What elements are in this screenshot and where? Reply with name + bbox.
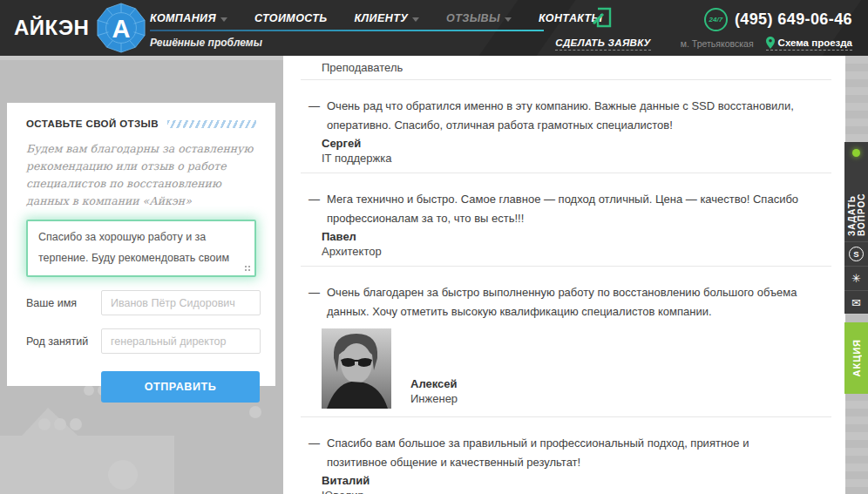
- reviewer-occupation: Преподаватель: [322, 59, 810, 74]
- main-nav: КОМПАНИЯ СТОИМОСТЬ КЛИЕНТУ ОТЗЫВЫ КОНТАК…: [150, 12, 603, 24]
- background-dot: [108, 460, 138, 490]
- map-pin-icon: [766, 37, 775, 49]
- nav-item-company[interactable]: КОМПАНИЯ: [150, 12, 227, 24]
- chevron-down-icon: [505, 17, 512, 22]
- background-dot: [70, 418, 82, 430]
- logo[interactable]: АЙКЭН А: [14, 0, 146, 56]
- form-title: ОСТАВЬТЕ СВОЙ ОТЗЫВ: [26, 118, 159, 129]
- review-dash: —: [309, 190, 327, 228]
- chevron-down-icon: [412, 17, 419, 22]
- review-dash: —: [309, 434, 327, 472]
- nav-label: СТОИМОСТЬ: [254, 12, 328, 24]
- reviews-panel: Преподаватель — Очень рад что обратился …: [283, 56, 845, 494]
- reviewer-occupation: Ювелир: [322, 489, 810, 494]
- name-field[interactable]: [101, 290, 261, 315]
- background-dot: [38, 418, 51, 430]
- review-dash: —: [309, 97, 327, 135]
- contact-block: 24/7 (495) 649-06-46 м. Третьяковская Сх…: [681, 8, 852, 51]
- title-stripes-decor: [167, 120, 256, 128]
- subnav-solved-problems[interactable]: Решённые проблемы: [150, 37, 262, 49]
- reviewer-occupation: IT поддержка: [322, 152, 810, 165]
- svg-text:А: А: [112, 15, 131, 43]
- directions-link[interactable]: Схема проезда: [766, 37, 852, 51]
- phone-number[interactable]: (495) 649-06-46: [735, 10, 852, 29]
- review-item: — Очень благодарен за быстро выполненную…: [301, 266, 831, 416]
- review-item: — Мега технично и быстро. Самое главное …: [301, 173, 831, 266]
- review-text: Очень рад что обратился именно в эту ком…: [327, 97, 810, 135]
- nav-label: ОТЗЫВЫ: [446, 12, 500, 24]
- reviewer-occupation: Инженер: [410, 392, 458, 405]
- page: ЗАДАТЬ ВОПРОС S ✳ ✉ АКЦИЯ АЙКЭН: [0, 0, 868, 494]
- ask-question-tab[interactable]: ЗАДАТЬ ВОПРОС S ✳ ✉: [844, 142, 868, 314]
- nav-label: КОМПАНИЯ: [150, 12, 216, 24]
- review-textarea[interactable]: Спасибо за хорошую работу и за терпение.…: [26, 220, 256, 277]
- background-trace: [0, 436, 174, 494]
- feedback-form-panel: ОСТАВЬТЕ СВОЙ ОТЗЫВ Будем вам благодарны…: [7, 103, 275, 386]
- reviewer-name: Павел: [322, 230, 810, 243]
- reviewer-name: Виталий: [322, 474, 810, 487]
- nav-item-pricing[interactable]: СТОИМОСТЬ: [254, 12, 328, 24]
- review-text: Спасибо вам большое за правильный и проф…: [327, 434, 810, 472]
- logo-text: АЙКЭН: [14, 16, 89, 40]
- background-dot: [249, 406, 261, 418]
- icq-icon[interactable]: ✳: [844, 266, 868, 290]
- occupation-field-label: Род занятий: [26, 335, 101, 348]
- nav-underline: [150, 30, 544, 31]
- nav-label: КЛИЕНТУ: [355, 12, 409, 24]
- skype-icon[interactable]: S: [844, 241, 868, 266]
- resize-handle[interactable]: [244, 265, 252, 272]
- reviewer-occupation: Архитектор: [322, 245, 810, 258]
- make-request-label: СДЕЛАТЬ ЗАЯВКУ: [555, 37, 650, 51]
- metro-station: м. Третьяковская: [681, 38, 754, 49]
- directions-label: Схема проезда: [778, 37, 852, 48]
- badge-24-7-icon: 24/7: [704, 8, 728, 31]
- reviewer-photo: [322, 328, 391, 409]
- online-status-icon: [852, 149, 860, 157]
- name-field-label: Ваше имя: [26, 297, 101, 309]
- nav-item-reviews[interactable]: ОТЗЫВЫ: [446, 12, 512, 24]
- form-description: Будем вам благодарны за оставленную реко…: [26, 140, 256, 210]
- logo-gem-icon: А: [96, 3, 146, 53]
- reviewer-name: Алексей: [410, 377, 458, 390]
- occupation-field[interactable]: [101, 328, 261, 354]
- promo-tab[interactable]: АКЦИЯ: [844, 322, 868, 394]
- reviewer-name: Сергей: [322, 137, 810, 150]
- background-dot: [54, 418, 66, 430]
- site-header: АЙКЭН А КОМПАНИЯ: [0, 0, 868, 56]
- make-request-button[interactable]: СДЕЛАТЬ ЗАЯВКУ: [553, 0, 654, 56]
- ask-question-label: ЗАДАТЬ ВОПРОС: [847, 163, 866, 236]
- review-text: Очень благодарен за быстро выполненную р…: [327, 283, 810, 321]
- promo-label: АКЦИЯ: [851, 339, 862, 377]
- review-item: — Очень рад что обратился именно в эту к…: [322, 80, 810, 173]
- background-trace: [0, 56, 288, 60]
- review-dash: —: [309, 283, 327, 321]
- submit-button[interactable]: ОТПРАВИТЬ: [101, 371, 260, 403]
- chevron-down-icon: [220, 17, 227, 22]
- mail-icon[interactable]: ✉: [844, 290, 868, 315]
- nav-item-client[interactable]: КЛИЕНТУ: [355, 12, 420, 24]
- review-item: — Спасибо вам большое за правильный и пр…: [301, 416, 831, 494]
- request-form-icon: [592, 6, 614, 29]
- review-text: Мега технично и быстро. Самое главное — …: [327, 190, 810, 228]
